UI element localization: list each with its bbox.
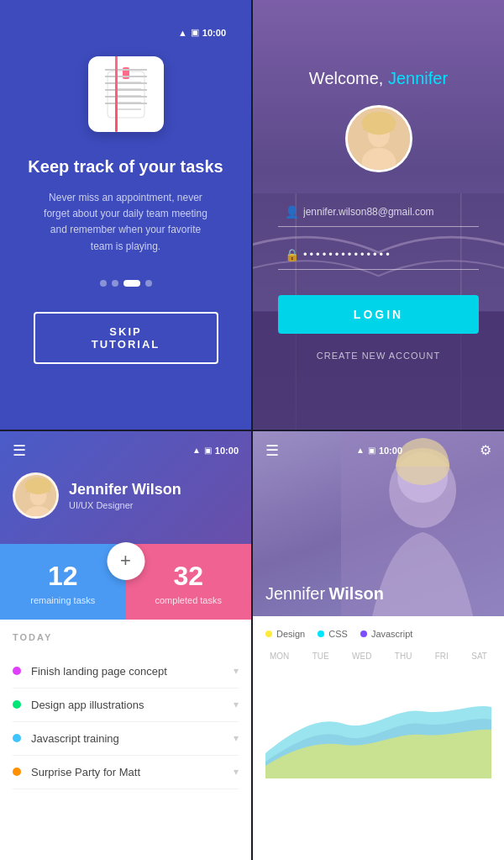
tasks-profile-avatar [13,472,59,519]
chevron-down-icon-4: ▾ [234,766,239,778]
task-item[interactable]: Finish landing page concept ▾ [13,655,239,689]
legend-design: Design [265,629,305,639]
remaining-label: remaining tasks [30,595,95,605]
chevron-down-icon-2: ▾ [234,699,239,710]
lock-icon: 🔒 [285,248,299,261]
dot-3-active[interactable] [123,280,140,287]
task-text-3: Javascript training [31,732,223,745]
chevron-down-icon-3: ▾ [234,732,239,744]
profile-first-name: Jennifer [265,584,325,603]
chart-days: MON TUE WED THU FRI SAT [265,652,491,661]
create-account-link[interactable]: CREATE NEW ACCOUNT [317,351,440,361]
hamburger-icon-profile[interactable]: ☰ [265,441,279,460]
dot-1[interactable] [100,280,107,287]
chart-section: Design CSS Javascript MON TUE WED THU FR… [253,616,504,861]
day-mon: MON [270,652,289,661]
profile-name-overlay: Jennifer Wilson [265,584,384,604]
task-item[interactable]: Surprise Party for Matt ▾ [13,756,239,789]
login-avatar [345,105,412,172]
welcome-username: Jennifer [388,69,448,87]
svg-point-18 [25,477,52,494]
password-input[interactable] [278,240,479,270]
battery-icon-tasks: ▣ [204,446,212,455]
day-sat: SAT [471,652,487,661]
tasks-counters-wrapper: + 12 remaining tasks 32 completed tasks [0,561,251,620]
tasks-profile-role: UI/UX Designer [69,500,181,510]
notebook-icon [88,56,164,132]
legend-dot-css [318,630,324,637]
task-item[interactable]: Design app illustrations ▾ [13,689,239,722]
tasks-status-time: 10:00 [215,446,239,456]
legend-css: CSS [318,629,348,639]
profile-status-time: 10:00 [379,446,402,456]
add-task-button[interactable]: + [107,542,144,580]
tasks-list: TODAY Finish landing page concept ▾ Desi… [0,620,251,861]
login-content: Welcome, Jennifer 👤 🔒 LOGIN CREATE NEW A… [278,69,479,361]
profile-header: ☰ ▲ ▣ 10:00 ⚙ Jennifer [253,431,504,616]
legend-label-css: CSS [328,629,348,639]
welcome-text: Welcome, [309,69,388,87]
onboarding-title: Keep track of your tasks [28,157,223,177]
chart-legend: Design CSS Javascript [265,629,491,639]
remaining-count: 12 [13,561,113,592]
tasks-profile-section: Jennifer Wilson UI/UX Designer [13,464,239,527]
signal-icon: ▲ [178,28,187,38]
svg-point-14 [361,111,396,135]
task-text-4: Surprise Party for Matt [31,766,223,778]
pagination-dots [100,280,152,287]
battery-icon: ▣ [191,27,199,38]
tasks-header-bar: ☰ ▲ ▣ 10:00 [13,441,239,460]
chevron-down-icon-1: ▾ [234,665,239,677]
tasks-profile-name: Jennifer Wilson [69,481,181,499]
completed-label: completed tasks [155,595,222,605]
day-tue: TUE [312,652,329,661]
task-dot-4 [13,768,21,776]
today-label: TODAY [13,632,239,642]
svg-rect-6 [123,67,129,79]
dot-4[interactable] [145,280,152,287]
tasks-header: ☰ ▲ ▣ 10:00 Jennifer Wilson UI/UX Design… [0,431,251,561]
legend-label-design: Design [276,629,305,639]
email-input-wrapper: 👤 [278,198,479,227]
onboarding-panel: ▲ ▣ 10:00 Keep track of your tasks Never… [0,0,251,430]
login-panel: Welcome, Jennifer 👤 🔒 LOGIN CREATE NEW A… [253,0,504,430]
onboarding-description: Never miss an appointment, never forget … [42,190,210,255]
battery-icon-profile: ▣ [368,446,375,455]
dot-2[interactable] [112,280,118,287]
login-button[interactable]: LOGIN [278,295,479,334]
legend-dot-design [265,630,272,637]
onboarding-status-time: 10:00 [202,28,226,38]
legend-javascript: Javascript [360,629,413,639]
person-icon: 👤 [285,205,299,219]
legend-label-javascript: Javascript [371,629,413,639]
completed-tasks-counter: 32 completed tasks [126,544,252,620]
day-thu: THU [395,652,412,661]
tasks-profile-info: Jennifer Wilson UI/UX Designer [69,481,181,510]
gear-icon[interactable]: ⚙ [480,442,491,458]
password-input-wrapper: 🔒 [278,240,479,270]
profile-panel: ☰ ▲ ▣ 10:00 ⚙ Jennifer [253,431,504,861]
day-wed: WED [352,652,371,661]
email-input[interactable] [278,198,479,227]
task-dot-3 [13,734,21,742]
profile-last-name: Wilson [329,584,384,603]
skip-tutorial-button[interactable]: SKIP TUTORIAL [34,312,218,364]
task-item[interactable]: Javascript training ▾ [13,722,239,756]
tasks-panel: ☰ ▲ ▣ 10:00 Jennifer Wilson UI/UX Design… [0,431,251,861]
task-dot-2 [13,700,21,709]
task-text-1: Finish landing page concept [31,665,223,678]
completed-count: 32 [139,561,239,592]
signal-icon-tasks: ▲ [192,446,201,455]
hamburger-menu-icon[interactable]: ☰ [13,441,26,460]
task-text-2: Design app illustrations [31,699,223,711]
signal-icon-profile: ▲ [356,446,365,455]
task-dot-1 [13,667,21,675]
wave-chart [265,669,491,778]
day-fri: FRI [435,652,449,661]
legend-dot-javascript [360,630,367,637]
